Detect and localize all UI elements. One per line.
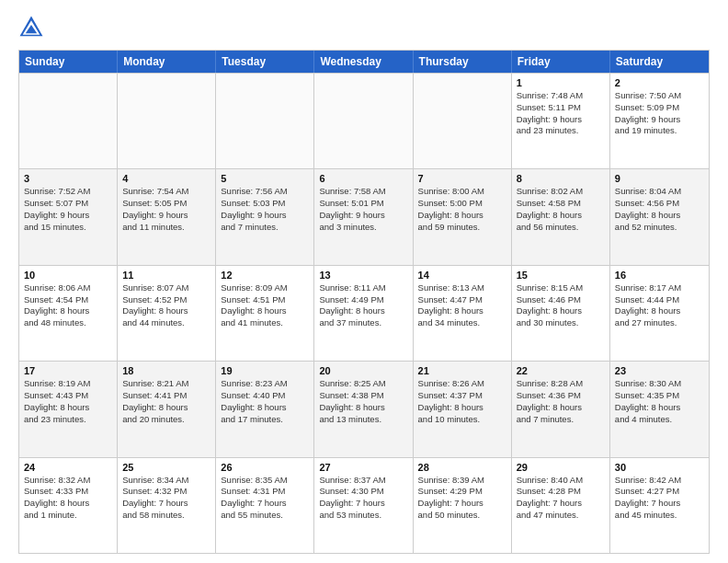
cal-cell-8: 8Sunrise: 8:02 AMSunset: 4:58 PMDaylight… xyxy=(512,169,610,264)
cell-line: Sunset: 4:49 PM xyxy=(319,294,407,306)
cell-line: Daylight: 7 hours xyxy=(615,498,704,510)
cell-line: Sunrise: 8:06 AM xyxy=(24,282,112,294)
header xyxy=(18,15,710,40)
header-day-friday: Friday xyxy=(512,51,610,73)
cell-line: Daylight: 9 hours xyxy=(615,114,704,126)
cell-line: Sunset: 4:29 PM xyxy=(418,486,506,498)
cell-line: Sunset: 4:54 PM xyxy=(24,294,112,306)
header-day-monday: Monday xyxy=(118,51,216,73)
cell-line: Daylight: 8 hours xyxy=(615,210,704,222)
cal-cell-23: 23Sunrise: 8:30 AMSunset: 4:35 PMDayligh… xyxy=(610,362,709,456)
cal-row-4: 24Sunrise: 8:32 AMSunset: 4:33 PMDayligh… xyxy=(19,457,709,553)
cell-line: and 34 minutes. xyxy=(418,317,506,329)
cell-line: Sunset: 4:52 PM xyxy=(122,294,210,306)
page: SundayMondayTuesdayWednesdayThursdayFrid… xyxy=(0,0,728,563)
day-number: 11 xyxy=(122,270,210,281)
cell-line: Sunrise: 8:34 AM xyxy=(122,475,210,487)
cell-line: Sunrise: 8:02 AM xyxy=(517,186,605,198)
cell-line: Sunset: 4:46 PM xyxy=(517,294,605,306)
cell-line: Daylight: 7 hours xyxy=(517,498,605,510)
day-number: 21 xyxy=(418,365,506,376)
cell-line: Sunrise: 8:28 AM xyxy=(517,378,605,390)
cell-line: Sunset: 5:03 PM xyxy=(221,198,309,210)
cell-line: Daylight: 8 hours xyxy=(24,305,112,317)
cell-line: Daylight: 8 hours xyxy=(221,305,309,317)
cell-line: Sunset: 4:35 PM xyxy=(615,390,704,402)
day-number: 25 xyxy=(122,462,210,473)
cell-line: Sunrise: 8:07 AM xyxy=(122,282,210,294)
cell-line: Daylight: 8 hours xyxy=(221,402,309,414)
day-number: 6 xyxy=(319,173,407,184)
day-number: 28 xyxy=(418,462,506,473)
cell-line: Daylight: 8 hours xyxy=(418,402,506,414)
day-number: 26 xyxy=(221,462,309,473)
cell-line: and 7 minutes. xyxy=(221,222,309,234)
cell-line: Sunrise: 8:23 AM xyxy=(221,378,309,390)
cell-line: Sunrise: 8:19 AM xyxy=(24,378,112,390)
cell-line: and 23 minutes. xyxy=(517,125,605,137)
cell-line: Sunrise: 8:40 AM xyxy=(517,475,605,487)
cell-line: Sunset: 4:28 PM xyxy=(517,486,605,498)
day-number: 19 xyxy=(221,365,309,376)
cell-line: Sunset: 5:05 PM xyxy=(122,198,210,210)
cal-cell-29: 29Sunrise: 8:40 AMSunset: 4:28 PMDayligh… xyxy=(512,458,610,553)
day-number: 22 xyxy=(517,365,605,376)
cell-line: and 10 minutes. xyxy=(418,414,506,426)
cal-cell-11: 11Sunrise: 8:07 AMSunset: 4:52 PMDayligh… xyxy=(118,266,216,361)
cell-line: Sunrise: 8:11 AM xyxy=(319,282,407,294)
cell-line: Sunrise: 7:52 AM xyxy=(24,186,112,198)
cell-line: and 4 minutes. xyxy=(615,414,704,426)
cell-line: Daylight: 7 hours xyxy=(319,498,407,510)
cell-line: Sunrise: 8:42 AM xyxy=(615,475,704,487)
cell-line: Daylight: 8 hours xyxy=(517,210,605,222)
day-number: 8 xyxy=(517,173,605,184)
cell-line: and 11 minutes. xyxy=(122,222,210,234)
cell-line: and 47 minutes. xyxy=(517,510,605,522)
cal-cell-30: 30Sunrise: 8:42 AMSunset: 4:27 PMDayligh… xyxy=(610,458,709,553)
cell-line: Sunrise: 8:21 AM xyxy=(122,378,210,390)
cell-line: and 45 minutes. xyxy=(615,510,704,522)
cell-line: Sunrise: 8:13 AM xyxy=(418,282,506,294)
logo-icon xyxy=(18,15,44,40)
cell-line: Daylight: 7 hours xyxy=(221,498,309,510)
day-number: 7 xyxy=(418,173,506,184)
cal-cell-19: 19Sunrise: 8:23 AMSunset: 4:40 PMDayligh… xyxy=(216,362,314,456)
cal-row-2: 10Sunrise: 8:06 AMSunset: 4:54 PMDayligh… xyxy=(19,265,709,361)
calendar: SundayMondayTuesdayWednesdayThursdayFrid… xyxy=(18,50,710,554)
cal-cell-18: 18Sunrise: 8:21 AMSunset: 4:41 PMDayligh… xyxy=(118,362,216,456)
cell-line: Daylight: 8 hours xyxy=(418,305,506,317)
cal-row-0: 1Sunrise: 7:48 AMSunset: 5:11 PMDaylight… xyxy=(19,73,709,168)
cell-line: Daylight: 9 hours xyxy=(517,114,605,126)
cell-line: Daylight: 7 hours xyxy=(122,498,210,510)
cell-line: and 48 minutes. xyxy=(24,317,112,329)
cal-cell-25: 25Sunrise: 8:34 AMSunset: 4:32 PMDayligh… xyxy=(118,458,216,553)
cell-line: Sunrise: 8:15 AM xyxy=(517,282,605,294)
day-number: 14 xyxy=(418,270,506,281)
cal-cell-empty xyxy=(216,74,314,168)
cal-cell-15: 15Sunrise: 8:15 AMSunset: 4:46 PMDayligh… xyxy=(512,266,610,361)
cell-line: Daylight: 8 hours xyxy=(122,305,210,317)
day-number: 17 xyxy=(24,365,112,376)
cell-line: and 3 minutes. xyxy=(319,222,407,234)
cal-cell-4: 4Sunrise: 7:54 AMSunset: 5:05 PMDaylight… xyxy=(118,169,216,264)
cell-line: Daylight: 8 hours xyxy=(517,305,605,317)
cal-row-1: 3Sunrise: 7:52 AMSunset: 5:07 PMDaylight… xyxy=(19,168,709,264)
cell-line: Sunrise: 8:32 AM xyxy=(24,475,112,487)
cell-line: Sunrise: 8:26 AM xyxy=(418,378,506,390)
cell-line: Sunrise: 7:56 AM xyxy=(221,186,309,198)
logo xyxy=(18,15,48,40)
cell-line: Sunrise: 8:35 AM xyxy=(221,475,309,487)
cell-line: Daylight: 9 hours xyxy=(122,210,210,222)
cell-line: Sunset: 4:33 PM xyxy=(24,486,112,498)
cell-line: and 27 minutes. xyxy=(615,317,704,329)
cell-line: and 19 minutes. xyxy=(615,125,704,137)
cal-cell-2: 2Sunrise: 7:50 AMSunset: 5:09 PMDaylight… xyxy=(610,74,709,168)
cell-line: Daylight: 9 hours xyxy=(221,210,309,222)
cal-cell-empty xyxy=(19,74,118,168)
cal-cell-13: 13Sunrise: 8:11 AMSunset: 4:49 PMDayligh… xyxy=(314,266,413,361)
cell-line: Sunrise: 8:39 AM xyxy=(418,475,506,487)
cell-line: and 52 minutes. xyxy=(615,222,704,234)
cal-cell-1: 1Sunrise: 7:48 AMSunset: 5:11 PMDaylight… xyxy=(512,74,610,168)
cell-line: Sunset: 5:11 PM xyxy=(517,102,605,114)
cell-line: and 41 minutes. xyxy=(221,317,309,329)
